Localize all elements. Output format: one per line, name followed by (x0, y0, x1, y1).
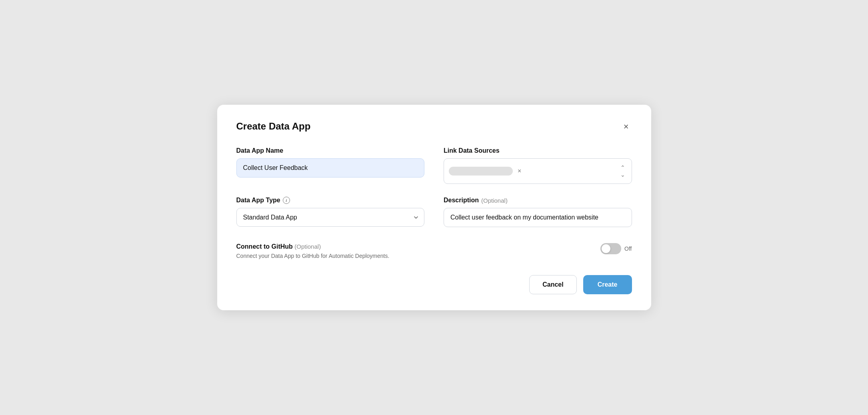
github-toggle-container: Off (600, 243, 632, 254)
data-app-name-input[interactable] (236, 158, 425, 178)
description-label: Description (Optional) (444, 197, 632, 204)
link-data-sources-label: Link Data Sources (444, 147, 632, 154)
link-data-sources-field[interactable]: × ⌃ ⌄ (444, 158, 632, 184)
data-app-name-group: Data App Name (236, 147, 425, 184)
datasource-tag (449, 167, 513, 176)
data-app-name-label: Data App Name (236, 147, 425, 154)
modal-title: Create Data App (236, 121, 311, 132)
datasource-clear-button[interactable]: × (516, 168, 523, 174)
toggle-slider (600, 243, 621, 254)
chevron-up-icon: ⌃ (620, 164, 625, 171)
data-app-type-select[interactable]: Standard Data App Advanced Data App (236, 208, 425, 227)
info-icon: i (283, 197, 290, 204)
close-button[interactable]: × (620, 121, 632, 133)
create-button[interactable]: Create (583, 275, 632, 294)
data-app-type-label: Data App Type i (236, 197, 425, 204)
github-title: Connect to GitHub (Optional) (236, 243, 390, 250)
modal-header: Create Data App × (236, 121, 632, 133)
github-section: Connect to GitHub (Optional) Connect you… (236, 240, 632, 259)
cancel-button[interactable]: Cancel (529, 275, 576, 294)
datasource-expander-button[interactable]: ⌃ ⌄ (619, 163, 627, 180)
chevron-down-icon: ⌄ (620, 172, 625, 178)
toggle-off-label: Off (624, 245, 632, 252)
description-input[interactable] (444, 208, 632, 227)
form-grid: Data App Name Link Data Sources × ⌃ ⌄ Da… (236, 147, 632, 259)
github-text: Connect to GitHub (Optional) Connect you… (236, 243, 390, 259)
description-group: Description (Optional) (444, 197, 632, 227)
link-data-sources-group: Link Data Sources × ⌃ ⌄ (444, 147, 632, 184)
github-subtitle: Connect your Data App to GitHub for Auto… (236, 253, 390, 259)
data-app-type-group: Data App Type i Standard Data App Advanc… (236, 197, 425, 227)
create-data-app-modal: Create Data App × Data App Name Link Dat… (217, 105, 651, 310)
github-toggle[interactable] (600, 243, 621, 254)
footer-buttons: Cancel Create (236, 275, 632, 294)
